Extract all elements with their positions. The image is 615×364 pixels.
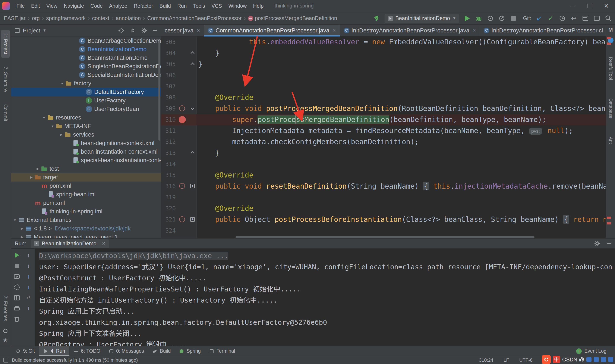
tree-item[interactable]: mpom.xml	[11, 182, 161, 190]
run-tab[interactable]: BeanInitializationDemo ×	[31, 239, 109, 248]
tree-item[interactable]: CSingletonBeanRegistrationDemo	[11, 62, 161, 71]
tree-item[interactable]: mpom.xml	[11, 199, 161, 207]
menu-item-edit[interactable]: Edit	[28, 0, 43, 12]
tree-item[interactable]: ▶test	[11, 165, 161, 173]
star-icon[interactable]: ★	[3, 337, 8, 343]
tree-item[interactable]: ▶Maven: javax.inject:javax.inject:1	[11, 233, 161, 238]
tree-item[interactable]: bean-instantiation-context.xml	[11, 147, 161, 156]
tree-item[interactable]: CBeanInstantiationDemo	[11, 53, 161, 62]
tree-item[interactable]: IUserFactory	[11, 96, 161, 105]
tree-item[interactable]: ▼factory	[11, 79, 161, 88]
menu-item-vcs[interactable]: VCS	[208, 0, 225, 12]
breadcrumb-item[interactable]: EASE.jar	[4, 15, 26, 21]
console-line[interactable]: D:\workspace\devtools\jdk\jdk\bin\java.e…	[39, 250, 615, 261]
console-line[interactable]: user: SuperUser{address='武汉'} User{id=1,…	[39, 261, 615, 273]
project-scrollbar[interactable]	[159, 40, 160, 141]
line-separator[interactable]: LF	[504, 357, 509, 363]
toolwindow-button-messages[interactable]: 0: Messages	[105, 346, 148, 356]
breadcrumb-item[interactable]: mpostProcessMergedBeanDefinition	[248, 15, 337, 21]
up-icon[interactable]: ↑	[25, 251, 32, 259]
tree-item[interactable]: bean-deginitions-context.xml	[11, 139, 161, 147]
gear-icon[interactable]	[594, 240, 601, 247]
code-text[interactable]: super.postProcessMergedBeanDefinition(be…	[197, 114, 606, 125]
code-text[interactable]	[197, 158, 606, 170]
tree-collapsed-arrow-icon[interactable]: ▶	[19, 235, 25, 238]
down-icon[interactable]: ↓	[25, 262, 32, 270]
code-text[interactable]: }	[197, 48, 606, 59]
fold-icon[interactable]: +	[190, 184, 195, 188]
stop-button[interactable]	[510, 15, 517, 22]
tree-item[interactable]: ▼resources	[11, 113, 161, 122]
build-hammer-icon[interactable]	[373, 15, 380, 22]
trash-icon[interactable]	[13, 315, 21, 323]
override-icon[interactable]: ↑	[179, 216, 185, 222]
git-commit-button[interactable]: ✓	[547, 15, 554, 22]
toolwindow-button-spring[interactable]: Spring	[175, 346, 205, 356]
error-stripe-mark[interactable]	[607, 37, 611, 39]
tree-item[interactable]: CSpecialBeanInstantiationDemo	[11, 71, 161, 79]
settings-icon[interactable]	[13, 283, 21, 291]
maven-icon[interactable]: M	[608, 27, 613, 33]
diff-button[interactable]	[593, 15, 601, 22]
editor-tab[interactable]: cessor.java×	[161, 25, 204, 37]
coverage-button[interactable]	[487, 15, 494, 22]
menu-item-run[interactable]: Run	[174, 0, 190, 12]
menu-item-view[interactable]: View	[43, 0, 61, 12]
chevron-down-icon[interactable]: ▼	[43, 28, 46, 33]
tree-item[interactable]: CDefaultUserFactory	[11, 88, 161, 96]
error-stripe-mark[interactable]	[607, 222, 611, 224]
menu-item-analyze[interactable]: Analyze	[106, 0, 131, 12]
run-tab-close-icon[interactable]: ×	[102, 240, 106, 247]
jump-up-icon[interactable]: ↑	[25, 273, 32, 280]
code-text[interactable]: this.embeddedValueResolver = new Embedde…	[197, 37, 606, 48]
code-text[interactable]: public void resetBeanDefinition(String b…	[197, 181, 606, 192]
tab-close-icon[interactable]: ×	[197, 27, 200, 34]
breadcrumb-item[interactable]: springframework	[46, 15, 86, 21]
code-text[interactable]: @Override	[197, 92, 606, 103]
caret-position[interactable]: 310:24	[479, 357, 493, 363]
tool-windows-icon[interactable]	[3, 358, 8, 363]
tree-collapsed-arrow-icon[interactable]: ▶	[19, 227, 25, 230]
printer-icon[interactable]	[13, 305, 21, 312]
scroll-end-icon[interactable]: ↓	[25, 305, 32, 312]
editor-horizontal-scrollbar[interactable]	[236, 236, 535, 238]
error-stripe-mark[interactable]	[607, 42, 611, 45]
stripe-button-database[interactable]: Database	[608, 98, 614, 118]
rollback-button[interactable]: ↩	[570, 15, 577, 22]
fold-icon[interactable]	[190, 62, 195, 66]
menu-item-build[interactable]: Build	[156, 0, 174, 12]
breadcrumb-item[interactable]: CommonAnnotationBeanPostProcessor	[147, 15, 241, 21]
tab-close-icon[interactable]: ×	[332, 27, 336, 34]
menu-item-help[interactable]: Help	[250, 0, 267, 12]
project-panel-title[interactable]: Project	[23, 27, 40, 34]
editor-tab[interactable]: CInitDestroyAnnotationBeanPostProcessor.…	[480, 25, 603, 37]
toolwindow-button-terminal[interactable]: Terminal	[205, 346, 239, 356]
toolwindow-button-build[interactable]: Build	[148, 346, 175, 356]
console-line[interactable]: Spring 应用上下文已启动...	[39, 306, 615, 317]
code-text[interactable]	[197, 192, 606, 203]
breadcrumb-item[interactable]: annotation	[116, 15, 141, 21]
toolwindow-button-git[interactable]: 9: Git	[12, 346, 39, 356]
fold-icon[interactable]: +	[190, 217, 195, 222]
stripe-button-commit[interactable]: Commit	[1, 101, 10, 125]
fold-icon[interactable]	[190, 51, 195, 55]
pin-icon[interactable]	[3, 329, 7, 333]
profiler-button[interactable]	[498, 15, 506, 22]
shelf-button[interactable]	[582, 15, 589, 22]
tree-expanded-arrow-icon[interactable]: ▼	[12, 218, 18, 222]
jump-down-icon[interactable]: ↓	[25, 283, 32, 291]
menu-item-navigate[interactable]: Navigate	[61, 0, 87, 12]
editor-tab[interactable]: CInitDestroyAnnotationBeanPostProcessor.…	[340, 25, 480, 37]
fold-icon[interactable]	[190, 106, 195, 111]
console-line[interactable]: org.xiaoge.thinking.in.spring.bean.facto…	[39, 317, 615, 328]
rerun-icon[interactable]	[13, 251, 21, 259]
tree-item[interactable]: ▶< 1.8 >D:\workspace\devtools\jdk\jdk	[11, 224, 161, 233]
stripe-button-ant[interactable]: Ant	[608, 137, 614, 144]
code-text[interactable]: InjectionMetadata metadata = findResourc…	[197, 125, 606, 136]
stripe-button-structure[interactable]: 7: Structure	[1, 63, 10, 95]
run-button[interactable]	[464, 15, 471, 22]
tree-item[interactable]: ▶services	[11, 130, 161, 139]
editor-tab[interactable]: CCommonAnnotationBeanPostProcessor.java×	[204, 25, 340, 37]
stop-icon[interactable]	[13, 262, 21, 270]
file-encoding[interactable]: UTF-8	[519, 357, 533, 363]
